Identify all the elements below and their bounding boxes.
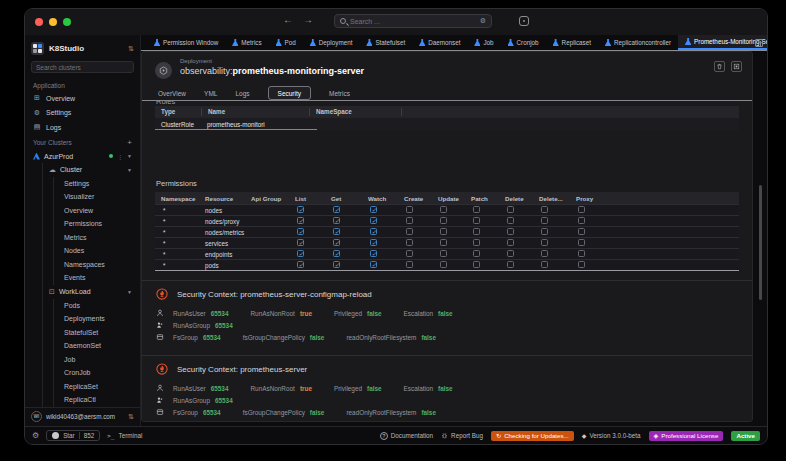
app-switcher-icon[interactable]: ⇅ (128, 45, 134, 53)
sidebar-item-settings[interactable]: ⚙Settings (25, 105, 140, 119)
perm-checkbox[interactable] (440, 228, 447, 235)
group-workload[interactable]: ⊡ WorkLoad ▼ (45, 285, 140, 299)
cluster-menu-icon[interactable]: ⋮ (117, 153, 123, 160)
perm-checkbox[interactable] (406, 239, 413, 246)
perm-checkbox[interactable] (333, 206, 340, 213)
perm-checkbox[interactable] (541, 250, 548, 257)
tab-cronjob[interactable]: Cronjob (501, 35, 546, 50)
tab-logs[interactable]: Logs (235, 90, 249, 97)
perm-checkbox[interactable] (370, 261, 377, 268)
table-row[interactable]: *nodes (155, 204, 739, 215)
perm-checkbox[interactable] (333, 261, 340, 268)
terminal-button[interactable]: >_ Terminal (107, 432, 142, 439)
tree-item-daemonset[interactable]: DaemonSet (54, 339, 140, 353)
tree-item-settings[interactable]: Settings (54, 177, 140, 191)
chevron-down-icon[interactable]: ▼ (127, 289, 132, 295)
perm-checkbox[interactable] (333, 239, 340, 246)
perm-checkbox[interactable] (440, 239, 447, 246)
table-row[interactable]: *pods (155, 259, 739, 270)
tree-item-namespaces[interactable]: Namespaces (54, 258, 140, 272)
perm-checkbox[interactable] (541, 206, 548, 213)
perm-checkbox[interactable] (473, 239, 480, 246)
perm-checkbox[interactable] (333, 228, 340, 235)
delete-button[interactable] (714, 61, 725, 72)
perm-checkbox[interactable] (578, 217, 585, 224)
tab-permission-window[interactable]: Permission Window (147, 35, 225, 50)
tree-item-permissions[interactable]: Permissions (54, 217, 140, 231)
tab-deployment[interactable]: Deployment (303, 35, 360, 50)
fullscreen-button[interactable] (731, 61, 742, 72)
filter-icon[interactable]: ⚙ (480, 17, 486, 25)
tab-metrics-inner[interactable]: Metrics (329, 90, 350, 97)
perm-checkbox[interactable] (370, 239, 377, 246)
cluster-search-input[interactable] (36, 64, 129, 71)
table-row[interactable]: *services (155, 237, 739, 248)
tree-item-job[interactable]: Job (54, 353, 140, 367)
tree-item-visualizer[interactable]: Visualizer (54, 190, 140, 204)
perm-checkbox[interactable] (507, 261, 514, 268)
perm-checkbox[interactable] (473, 250, 480, 257)
perm-checkbox[interactable] (297, 261, 304, 268)
perm-checkbox[interactable] (578, 261, 585, 268)
license-badge[interactable]: ◈Professional License (649, 431, 724, 441)
perm-checkbox[interactable] (370, 228, 377, 235)
tab-security[interactable]: Security (268, 86, 311, 100)
table-row[interactable]: *nodes/proxy (155, 215, 739, 226)
perm-checkbox[interactable] (578, 250, 585, 257)
perm-checkbox[interactable] (507, 217, 514, 224)
perm-checkbox[interactable] (406, 261, 413, 268)
perm-checkbox[interactable] (507, 228, 514, 235)
perm-checkbox[interactable] (333, 217, 340, 224)
group-cluster[interactable]: ☁ Cluster ▼ (45, 163, 140, 177)
scrollbar-thumb[interactable] (759, 185, 762, 300)
tree-item-metrics[interactable]: Metrics (54, 231, 140, 245)
add-cluster-button[interactable]: + (127, 138, 132, 147)
perm-checkbox[interactable] (507, 206, 514, 213)
perm-checkbox[interactable] (370, 250, 377, 257)
perm-checkbox[interactable] (370, 217, 377, 224)
perm-checkbox[interactable] (370, 206, 377, 213)
maximize-window-button[interactable] (63, 18, 71, 26)
tree-item-overview[interactable]: Overview (54, 204, 140, 218)
perm-checkbox[interactable] (440, 217, 447, 224)
perm-checkbox[interactable] (297, 228, 304, 235)
perm-checkbox[interactable] (297, 250, 304, 257)
close-window-button[interactable] (35, 18, 43, 26)
perm-checkbox[interactable] (507, 239, 514, 246)
github-star-badge[interactable]: Star 852 (46, 430, 100, 441)
tab-job[interactable]: Job (467, 35, 500, 50)
perm-checkbox[interactable] (541, 261, 548, 268)
tree-item-replicaset[interactable]: ReplicaSet (54, 380, 140, 394)
panel-icon[interactable] (755, 39, 763, 47)
perm-checkbox[interactable] (297, 206, 304, 213)
back-button[interactable]: ← (283, 14, 293, 25)
sidebar-item-overview[interactable]: ⊞Overview (25, 91, 140, 105)
global-search[interactable]: ⚙ (334, 14, 492, 28)
perm-checkbox[interactable] (406, 206, 413, 213)
perm-checkbox[interactable] (473, 217, 480, 224)
perm-checkbox[interactable] (406, 250, 413, 257)
perm-checkbox[interactable] (541, 228, 548, 235)
perm-checkbox[interactable] (297, 217, 304, 224)
chevron-down-icon[interactable]: ▼ (127, 167, 132, 173)
perm-checkbox[interactable] (406, 228, 413, 235)
tree-item-deployments[interactable]: Deployments (54, 312, 140, 326)
tab-metrics[interactable]: Metrics (225, 35, 268, 50)
perm-checkbox[interactable] (473, 228, 480, 235)
tree-item-pods[interactable]: Pods (54, 299, 140, 313)
perm-checkbox[interactable] (578, 228, 585, 235)
table-row[interactable]: *nodes/metrics (155, 226, 739, 237)
tab-pod[interactable]: Pod (269, 35, 303, 50)
sidebar-item-logs[interactable]: ▤Logs (25, 120, 140, 134)
perm-checkbox[interactable] (406, 217, 413, 224)
perm-checkbox[interactable] (333, 250, 340, 257)
table-row[interactable]: ClusterRole prometheus-monitori (155, 118, 739, 130)
tab-statefulset[interactable]: Statefulset (359, 35, 412, 50)
cluster-azurprod[interactable]: AzurProd ⋮ ▼ (25, 149, 140, 162)
user-menu-icon[interactable]: ⇅ (128, 413, 134, 421)
perm-checkbox[interactable] (541, 217, 548, 224)
tab-replicationcontroller[interactable]: Replicationcontroller (598, 35, 678, 50)
search-input[interactable] (350, 18, 476, 25)
tab-overview[interactable]: OverView (158, 90, 186, 97)
tree-item-events[interactable]: Events (54, 271, 140, 285)
